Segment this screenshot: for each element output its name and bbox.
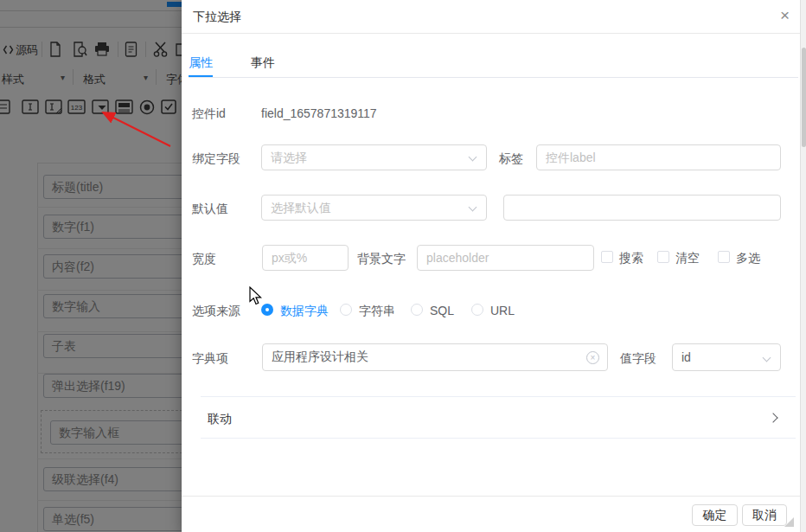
bg-text-label: 背景文字 [357,252,406,267]
chevron-down-icon [763,354,771,362]
value-field-value: id [681,350,691,364]
default-value-label: 默认值 [192,202,228,217]
radio-url[interactable] [471,304,483,316]
radio-sql[interactable] [411,304,423,316]
bind-field-select[interactable]: 请选择 [261,144,487,170]
close-icon[interactable]: × [780,6,790,25]
tabs-divider [189,77,798,78]
ok-button[interactable]: 确定 [692,504,738,526]
radio-string[interactable] [340,304,352,316]
cancel-button[interactable]: 取消 [742,504,787,526]
resize-grip[interactable] [784,517,794,527]
option-source-label: 选项来源 [192,304,240,319]
bind-field-placeholder: 请选择 [271,151,307,164]
scrollbar-thumb[interactable] [802,48,806,147]
dict-item-input[interactable] [262,343,608,371]
width-label: 宽度 [192,252,216,267]
radio-data-dict-label[interactable]: 数据字典 [280,304,329,319]
bind-field-label: 绑定字段 [192,151,240,167]
browser-scrollbar[interactable] [800,0,806,532]
dropdown-select-dialog: 下拉选择 × 属性 事件 控件id field_1657871319117 绑定… [182,0,800,532]
radio-data-dict[interactable] [261,304,273,316]
dict-item-label: 字典项 [192,351,228,367]
multi-checkbox[interactable] [718,251,730,263]
chevron-right-icon [768,413,777,422]
clear-checkbox[interactable] [657,251,669,263]
linkage-collapse[interactable]: 联动 [201,396,796,439]
footer-divider [182,496,800,497]
chevron-down-icon [469,203,477,212]
default-value-select[interactable]: 选择默认值 [261,195,487,221]
dialog-title: 下拉选择 [193,10,241,25]
search-checkbox[interactable] [601,251,613,263]
linkage-label: 联动 [208,412,232,427]
tab-properties[interactable]: 属性 [189,55,213,71]
tab-events[interactable]: 事件 [251,55,275,71]
default-value-placeholder: 选择默认值 [271,201,331,215]
screen: 源码 样式 ▾ [0,0,806,532]
default-value-input[interactable] [503,195,781,221]
clear-circle-icon[interactable]: × [586,351,599,364]
value-field-label: 值字段 [620,351,656,367]
multi-checkbox-label[interactable]: 多选 [736,251,760,266]
bg-text-input[interactable] [417,245,594,271]
clear-checkbox-label[interactable]: 清空 [675,251,700,266]
width-input[interactable] [262,245,349,271]
radio-sql-label[interactable]: SQL [430,304,454,317]
radio-string-label[interactable]: 字符串 [359,304,395,319]
tag-label: 标签 [499,151,523,167]
search-checkbox-label[interactable]: 搜索 [619,251,643,266]
chevron-down-icon [469,153,477,162]
tag-input[interactable] [536,144,781,170]
value-field-select[interactable]: id [672,343,781,371]
header-divider [182,33,800,34]
control-id-label: 控件id [192,106,226,122]
control-id-value: field_1657871319117 [261,106,377,120]
radio-url-label[interactable]: URL [490,304,515,317]
